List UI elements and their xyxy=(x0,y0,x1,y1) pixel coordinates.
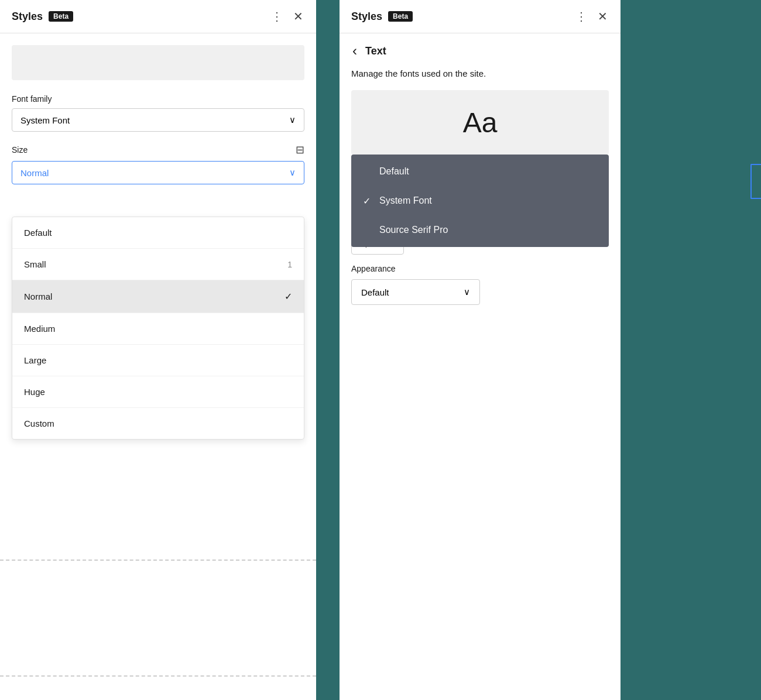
font-family-label: Font family xyxy=(12,94,304,104)
left-panel-header: Styles Beta ⋮ ✕ xyxy=(0,0,316,33)
font-family-value: System Font xyxy=(20,115,70,125)
size-select[interactable]: Normal ∨ xyxy=(12,161,304,184)
font-dropdown-overlay: Default System Font Source Serif Pro xyxy=(351,155,609,247)
left-styles-panel: Styles Beta ⋮ ✕ Font family System Font … xyxy=(0,0,316,700)
middle-gap xyxy=(316,0,340,700)
appearance-chevron: ∨ xyxy=(464,287,470,297)
appearance-value: Default xyxy=(361,287,389,297)
font-family-select[interactable]: System Font ∨ xyxy=(12,108,304,132)
left-preview-box xyxy=(12,45,304,80)
appearance-label: Appearance xyxy=(351,264,609,273)
dashed-area xyxy=(0,560,316,677)
left-title-group: Styles Beta xyxy=(12,11,73,23)
appearance-select[interactable]: Default ∨ xyxy=(351,279,480,305)
size-chevron: ∨ xyxy=(289,167,296,178)
dropdown-item-normal[interactable]: Normal ✓ xyxy=(12,280,304,313)
font-option-source-serif[interactable]: Source Serif Pro xyxy=(351,215,609,245)
dropdown-item-medium[interactable]: Medium xyxy=(12,313,304,345)
font-option-system-label: System Font xyxy=(379,195,432,205)
size-adjust-icon[interactable]: ⊟ xyxy=(296,143,304,156)
dropdown-item-large[interactable]: Large xyxy=(12,345,304,376)
right-title-group: Styles Beta xyxy=(351,11,413,23)
font-preview-box: Aa Default System Font Source Serif Pro xyxy=(351,90,609,155)
dropdown-item-small[interactable]: Small 1 xyxy=(12,249,304,280)
back-title: Text xyxy=(365,45,386,57)
dropdown-label-large: Large xyxy=(24,355,46,365)
dropdown-count-small: 1 xyxy=(287,260,292,269)
left-panel-body: Font family System Font ∨ Size ⊟ Normal … xyxy=(0,33,316,700)
right-panel-body: Manage the fonts used on the site. Aa De… xyxy=(340,68,621,700)
dropdown-check-normal: ✓ xyxy=(284,291,292,302)
appearance-section: Appearance Default ∨ xyxy=(351,264,609,305)
font-option-system[interactable]: System Font xyxy=(351,186,609,215)
size-label: Size xyxy=(12,145,28,155)
left-panel-title: Styles xyxy=(12,11,43,23)
font-option-default[interactable]: Default xyxy=(351,157,609,186)
back-navigation: ‹ Text xyxy=(340,33,621,68)
size-value: Normal xyxy=(20,168,49,178)
left-close-button[interactable]: ✕ xyxy=(292,9,304,23)
dropdown-label-normal: Normal xyxy=(24,291,52,301)
font-option-default-label: Default xyxy=(379,166,409,176)
dropdown-label-medium: Medium xyxy=(24,324,55,334)
right-beta-badge: Beta xyxy=(388,11,413,22)
left-panel-actions: ⋮ ✕ xyxy=(270,9,304,23)
dropdown-label-small: Small xyxy=(24,259,46,269)
right-more-button[interactable]: ⋮ xyxy=(574,9,588,23)
back-button[interactable]: ‹ xyxy=(351,43,358,59)
left-more-button[interactable]: ⋮ xyxy=(270,9,284,23)
dropdown-item-default[interactable]: Default xyxy=(12,217,304,249)
left-beta-badge: Beta xyxy=(49,11,73,22)
dropdown-label-custom: Custom xyxy=(24,418,54,428)
right-panel-title: Styles xyxy=(351,11,382,23)
dropdown-label-default: Default xyxy=(24,228,52,238)
right-close-button[interactable]: ✕ xyxy=(597,9,609,23)
font-option-source-serif-label: Source Serif Pro xyxy=(379,225,448,235)
font-family-chevron: ∨ xyxy=(289,115,296,125)
size-dropdown-menu: Default Small 1 Normal ✓ Medium Large Hu… xyxy=(12,217,304,440)
size-header: Size ⊟ xyxy=(12,143,304,156)
right-styles-panel: Styles Beta ⋮ ✕ ‹ Text Manage the fonts … xyxy=(340,0,621,700)
dropdown-item-custom[interactable]: Custom xyxy=(12,408,304,439)
right-panel-header: Styles Beta ⋮ ✕ xyxy=(340,0,621,33)
dropdown-item-huge[interactable]: Huge xyxy=(12,376,304,408)
manage-text: Manage the fonts used on the site. xyxy=(351,68,609,78)
font-preview-text: Aa xyxy=(463,107,498,139)
dropdown-label-huge: Huge xyxy=(24,387,45,397)
right-edge xyxy=(621,0,761,700)
blue-edge-indicator xyxy=(750,164,761,199)
right-panel-actions: ⋮ ✕ xyxy=(574,9,609,23)
